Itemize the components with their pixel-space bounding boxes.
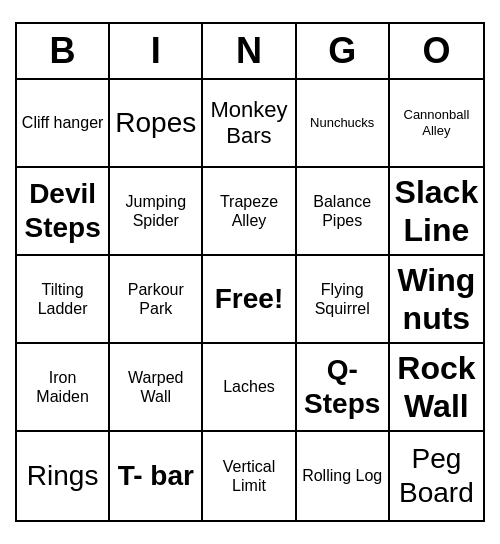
bingo-cell-19: Rock Wall — [390, 344, 483, 432]
bingo-cell-7: Trapeze Alley — [203, 168, 296, 256]
bingo-cell-21: T- bar — [110, 432, 203, 520]
cell-text-2: Monkey Bars — [207, 97, 290, 150]
bingo-cell-24: Peg Board — [390, 432, 483, 520]
bingo-cell-20: Rings — [17, 432, 110, 520]
bingo-cell-3: Nunchucks — [297, 80, 390, 168]
bingo-cell-6: Jumping Spider — [110, 168, 203, 256]
cell-text-12: Free! — [215, 282, 283, 316]
cell-text-22: Vertical Limit — [207, 457, 290, 495]
cell-text-10: Tilting Ladder — [21, 280, 104, 318]
bingo-cell-5: Devil Steps — [17, 168, 110, 256]
header-letter-i: I — [110, 24, 203, 78]
cell-text-19: Rock Wall — [394, 349, 479, 426]
bingo-header: BINGO — [17, 24, 483, 80]
bingo-cell-17: Laches — [203, 344, 296, 432]
bingo-cell-16: Warped Wall — [110, 344, 203, 432]
bingo-card: BINGO Cliff hangerRopesMonkey BarsNunchu… — [15, 22, 485, 522]
cell-text-21: T- bar — [118, 459, 194, 493]
cell-text-6: Jumping Spider — [114, 192, 197, 230]
bingo-grid: Cliff hangerRopesMonkey BarsNunchucksCan… — [17, 80, 483, 520]
bingo-cell-23: Rolling Log — [297, 432, 390, 520]
cell-text-14: Wing nuts — [394, 261, 479, 338]
bingo-cell-11: Parkour Park — [110, 256, 203, 344]
bingo-cell-4: Cannonball Alley — [390, 80, 483, 168]
cell-text-23: Rolling Log — [302, 466, 382, 485]
cell-text-4: Cannonball Alley — [394, 107, 479, 138]
bingo-cell-12: Free! — [203, 256, 296, 344]
cell-text-13: Flying Squirrel — [301, 280, 384, 318]
bingo-cell-22: Vertical Limit — [203, 432, 296, 520]
bingo-cell-10: Tilting Ladder — [17, 256, 110, 344]
bingo-cell-1: Ropes — [110, 80, 203, 168]
cell-text-17: Laches — [223, 377, 275, 396]
bingo-cell-13: Flying Squirrel — [297, 256, 390, 344]
cell-text-9: Slack Line — [394, 173, 479, 250]
bingo-cell-9: Slack Line — [390, 168, 483, 256]
bingo-cell-0: Cliff hanger — [17, 80, 110, 168]
cell-text-15: Iron Maiden — [21, 368, 104, 406]
cell-text-3: Nunchucks — [310, 115, 374, 131]
header-letter-n: N — [203, 24, 296, 78]
cell-text-11: Parkour Park — [114, 280, 197, 318]
header-letter-g: G — [297, 24, 390, 78]
cell-text-8: Balance Pipes — [301, 192, 384, 230]
bingo-cell-2: Monkey Bars — [203, 80, 296, 168]
header-letter-o: O — [390, 24, 483, 78]
cell-text-1: Ropes — [115, 106, 196, 140]
cell-text-24: Peg Board — [394, 442, 479, 509]
bingo-cell-14: Wing nuts — [390, 256, 483, 344]
bingo-cell-8: Balance Pipes — [297, 168, 390, 256]
header-letter-b: B — [17, 24, 110, 78]
cell-text-5: Devil Steps — [21, 177, 104, 244]
cell-text-18: Q- Steps — [301, 353, 384, 420]
bingo-cell-18: Q- Steps — [297, 344, 390, 432]
cell-text-0: Cliff hanger — [22, 113, 104, 132]
cell-text-16: Warped Wall — [114, 368, 197, 406]
cell-text-20: Rings — [27, 459, 99, 493]
cell-text-7: Trapeze Alley — [207, 192, 290, 230]
bingo-cell-15: Iron Maiden — [17, 344, 110, 432]
